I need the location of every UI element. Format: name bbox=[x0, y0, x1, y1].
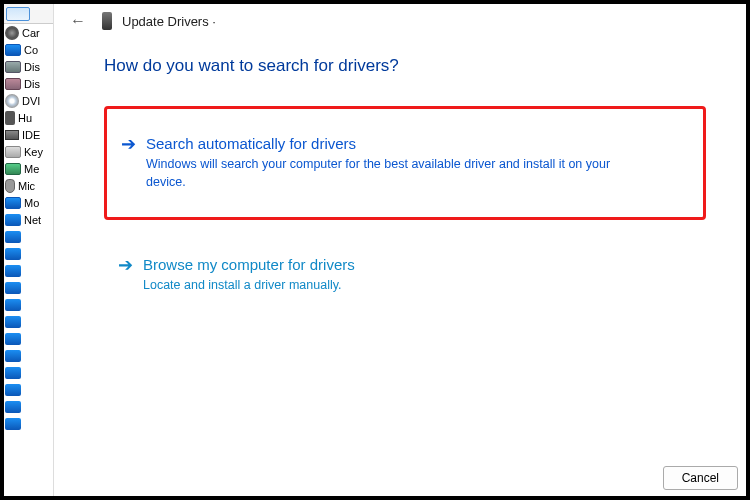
device-category[interactable]: IDE bbox=[4, 126, 53, 143]
arrow-right-icon: ➔ bbox=[121, 135, 136, 191]
network-adapter-icon bbox=[5, 231, 21, 243]
device-item[interactable] bbox=[4, 415, 53, 432]
device-label: Net bbox=[24, 214, 41, 226]
search-auto-option[interactable]: ➔ Search automatically for drivers Windo… bbox=[104, 106, 706, 220]
camera-icon bbox=[5, 26, 19, 40]
arrow-right-icon: ➔ bbox=[118, 256, 133, 295]
option-description: Locate and install a driver manually. bbox=[143, 277, 623, 295]
device-label: Mic bbox=[18, 180, 35, 192]
device-category[interactable]: Me bbox=[4, 160, 53, 177]
device-label: IDE bbox=[22, 129, 40, 141]
sidebar-header bbox=[4, 4, 53, 24]
device-label: Co bbox=[24, 44, 38, 56]
device-category[interactable]: Dis bbox=[4, 75, 53, 92]
network-adapter-icon bbox=[5, 384, 21, 396]
network-adapter-icon bbox=[5, 316, 21, 328]
device-label: DVI bbox=[22, 95, 40, 107]
dialog-title: Update Drivers · bbox=[122, 14, 216, 29]
device-item[interactable] bbox=[4, 364, 53, 381]
device-category[interactable]: Co bbox=[4, 41, 53, 58]
device-item[interactable] bbox=[4, 330, 53, 347]
device-item[interactable] bbox=[4, 296, 53, 313]
device-category[interactable]: Hu bbox=[4, 109, 53, 126]
cancel-button[interactable]: Cancel bbox=[663, 466, 738, 490]
network-adapter-icon bbox=[5, 367, 21, 379]
option-title: Browse my computer for drivers bbox=[143, 256, 692, 273]
network-adapter-icon bbox=[5, 401, 21, 413]
device-item[interactable] bbox=[4, 279, 53, 296]
browse-computer-option[interactable]: ➔ Browse my computer for drivers Locate … bbox=[104, 238, 706, 313]
device-label: Car bbox=[22, 27, 40, 39]
keyboard-icon bbox=[5, 146, 21, 158]
device-label: Dis bbox=[24, 61, 40, 73]
device-category[interactable]: Car bbox=[4, 24, 53, 41]
network-adapter-icon bbox=[5, 282, 21, 294]
device-manager-sidebar: Car Co Dis Dis DVI Hu IDE Key Me Mic Mo … bbox=[4, 4, 54, 496]
device-category[interactable]: Net bbox=[4, 211, 53, 228]
network-adapter-icon bbox=[5, 299, 21, 311]
monitor-icon bbox=[5, 44, 21, 56]
drive-icon bbox=[5, 78, 21, 90]
device-category[interactable]: Key bbox=[4, 143, 53, 160]
disk-icon bbox=[5, 61, 21, 73]
monitor-icon bbox=[5, 197, 21, 209]
network-adapter-icon bbox=[5, 265, 21, 277]
driver-icon bbox=[102, 12, 112, 30]
dialog-footer: Cancel bbox=[663, 466, 738, 490]
dialog-header: ← Update Drivers · bbox=[54, 6, 746, 36]
option-title: Search automatically for drivers bbox=[146, 135, 689, 152]
device-item[interactable] bbox=[4, 262, 53, 279]
option-description: Windows will search your computer for th… bbox=[146, 156, 626, 191]
network-adapter-icon bbox=[5, 350, 21, 362]
update-drivers-dialog: ← Update Drivers · How do you want to se… bbox=[54, 6, 746, 496]
network-adapter-icon bbox=[5, 248, 21, 260]
device-item[interactable] bbox=[4, 347, 53, 364]
device-item[interactable] bbox=[4, 398, 53, 415]
device-label: Me bbox=[24, 163, 39, 175]
device-item[interactable] bbox=[4, 228, 53, 245]
network-adapter-icon bbox=[5, 333, 21, 345]
dialog-heading: How do you want to search for drivers? bbox=[104, 56, 706, 76]
device-category[interactable]: DVI bbox=[4, 92, 53, 109]
device-label: Key bbox=[24, 146, 43, 158]
device-label: Dis bbox=[24, 78, 40, 90]
device-label: Mo bbox=[24, 197, 39, 209]
dialog-content: How do you want to search for drivers? ➔… bbox=[54, 36, 746, 341]
device-item[interactable] bbox=[4, 245, 53, 262]
memory-icon bbox=[5, 163, 21, 175]
window-icon bbox=[6, 7, 30, 21]
network-adapter-icon bbox=[5, 418, 21, 430]
device-item[interactable] bbox=[4, 313, 53, 330]
device-category[interactable]: Dis bbox=[4, 58, 53, 75]
back-button[interactable]: ← bbox=[64, 10, 92, 32]
network-icon bbox=[5, 214, 21, 226]
device-category[interactable]: Mic bbox=[4, 177, 53, 194]
ide-icon bbox=[5, 130, 19, 140]
mouse-icon bbox=[5, 179, 15, 193]
device-category[interactable]: Mo bbox=[4, 194, 53, 211]
device-label: Hu bbox=[18, 112, 32, 124]
device-item[interactable] bbox=[4, 381, 53, 398]
dvd-icon bbox=[5, 94, 19, 108]
usb-icon bbox=[5, 111, 15, 125]
